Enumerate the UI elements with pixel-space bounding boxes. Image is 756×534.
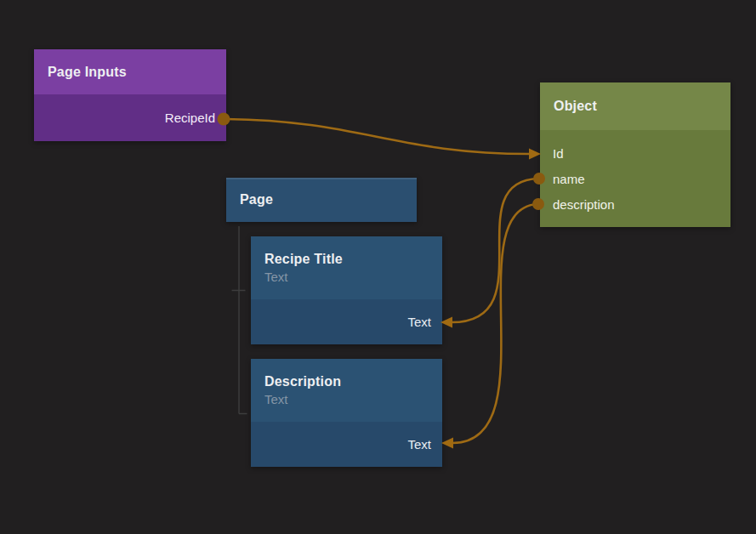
node-object[interactable]: Object Id name description	[540, 82, 730, 227]
node-title: Object	[554, 99, 730, 114]
node-title: Recipe Title	[264, 252, 442, 267]
arrowhead-description-text-input	[441, 438, 453, 449]
connection-recipeid-to-id[interactable]	[226, 119, 530, 154]
port-label-text: Text	[407, 437, 431, 452]
port-row-text-input[interactable]: Text	[251, 299, 442, 344]
port-row-text-input[interactable]: Text	[251, 422, 442, 467]
node-type-label: Text	[264, 392, 442, 406]
port-row-recipeid[interactable]: RecipeId	[34, 94, 226, 141]
connection-description-to-description-text[interactable]	[452, 204, 538, 443]
node-page-inputs[interactable]: Page Inputs RecipeId	[34, 49, 226, 141]
node-editor-canvas[interactable]: Page Inputs RecipeId Page Recipe Title T…	[0, 0, 756, 534]
field-row-id[interactable]: Id	[540, 140, 730, 166]
node-recipe-title-header[interactable]: Recipe Title Text	[251, 236, 442, 299]
node-title: Page Inputs	[48, 65, 226, 80]
node-page-inputs-header[interactable]: Page Inputs	[34, 49, 226, 94]
field-label-description: description	[553, 197, 615, 212]
field-label-name: name	[553, 172, 585, 186]
node-description[interactable]: Description Text Text	[251, 359, 442, 467]
field-label-id: Id	[553, 146, 564, 161]
node-description-header[interactable]: Description Text	[251, 359, 442, 422]
arrowhead-id-input	[529, 149, 541, 160]
port-label-text: Text	[407, 315, 431, 329]
field-row-description[interactable]: description	[540, 191, 730, 217]
arrowhead-recipe-title-text-input	[441, 317, 452, 328]
node-title: Page	[240, 192, 417, 207]
node-page[interactable]: Page	[226, 178, 417, 222]
node-title: Description	[264, 374, 442, 389]
port-label-recipeid: RecipeId	[165, 111, 215, 125]
node-object-header[interactable]: Object	[540, 82, 730, 130]
node-recipe-title[interactable]: Recipe Title Text Text	[251, 236, 442, 344]
node-type-label: Text	[264, 270, 442, 284]
node-object-fields: Id name description	[540, 130, 730, 217]
field-row-name[interactable]: name	[540, 166, 730, 191]
connection-name-to-recipe-title-text[interactable]	[452, 179, 538, 322]
node-page-header[interactable]: Page	[226, 178, 417, 222]
